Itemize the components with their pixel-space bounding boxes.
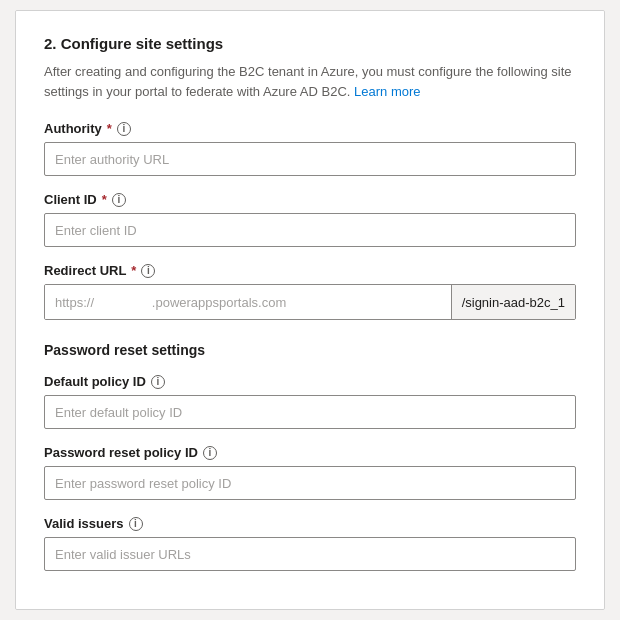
authority-field-group: Authority * i	[44, 121, 576, 176]
redirect-url-label: Redirect URL * i	[44, 263, 576, 278]
section-description: After creating and configuring the B2C t…	[44, 62, 576, 101]
password-reset-policy-id-input[interactable]	[44, 466, 576, 500]
password-reset-divider: Password reset settings	[44, 342, 576, 358]
learn-more-link[interactable]: Learn more	[354, 84, 420, 99]
redirect-url-wrapper: /signin-aad-b2c_1	[44, 284, 576, 320]
password-reset-policy-id-label: Password reset policy ID i	[44, 445, 576, 460]
redirect-url-input[interactable]	[45, 285, 451, 319]
default-policy-id-input[interactable]	[44, 395, 576, 429]
authority-input[interactable]	[44, 142, 576, 176]
configure-site-settings-card: 2. Configure site settings After creatin…	[15, 10, 605, 610]
default-policy-id-label: Default policy ID i	[44, 374, 576, 389]
valid-issuers-info-icon[interactable]: i	[129, 517, 143, 531]
authority-label: Authority * i	[44, 121, 576, 136]
valid-issuers-field-group: Valid issuers i	[44, 516, 576, 571]
authority-info-icon[interactable]: i	[117, 122, 131, 136]
client-id-info-icon[interactable]: i	[112, 193, 126, 207]
password-reset-policy-id-info-icon[interactable]: i	[203, 446, 217, 460]
client-id-label: Client ID * i	[44, 192, 576, 207]
redirect-url-field-group: Redirect URL * i /signin-aad-b2c_1	[44, 263, 576, 320]
valid-issuers-input[interactable]	[44, 537, 576, 571]
authority-required-star: *	[107, 121, 112, 136]
valid-issuers-label: Valid issuers i	[44, 516, 576, 531]
default-policy-id-field-group: Default policy ID i	[44, 374, 576, 429]
redirect-url-required-star: *	[131, 263, 136, 278]
password-reset-section-title: Password reset settings	[44, 342, 576, 358]
redirect-url-suffix: /signin-aad-b2c_1	[451, 285, 575, 319]
section-title: 2. Configure site settings	[44, 35, 576, 52]
description-text: After creating and configuring the B2C t…	[44, 64, 572, 99]
default-policy-id-info-icon[interactable]: i	[151, 375, 165, 389]
client-id-required-star: *	[102, 192, 107, 207]
client-id-input[interactable]	[44, 213, 576, 247]
redirect-url-info-icon[interactable]: i	[141, 264, 155, 278]
password-reset-policy-id-field-group: Password reset policy ID i	[44, 445, 576, 500]
client-id-field-group: Client ID * i	[44, 192, 576, 247]
